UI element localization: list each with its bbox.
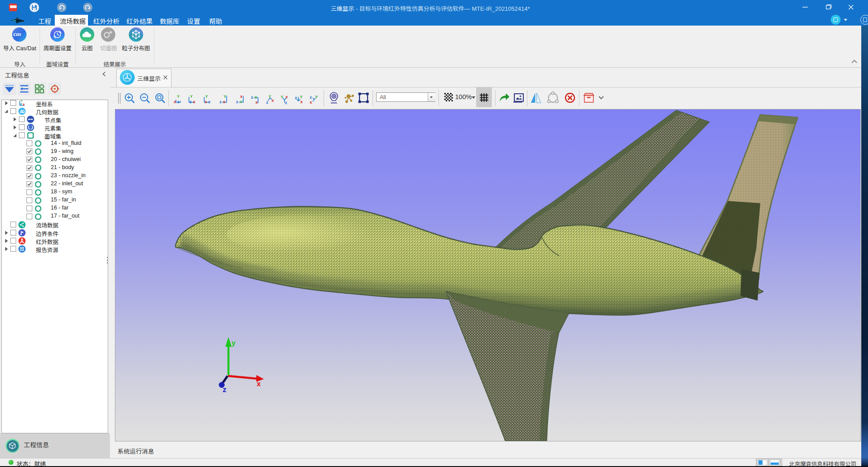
svg-text:x: x	[257, 380, 261, 388]
svg-text:x: x	[300, 99, 303, 104]
svg-text:x: x	[285, 94, 288, 99]
svg-text:Y: Y	[205, 94, 208, 99]
svg-text:z: z	[219, 99, 222, 104]
svg-text:z: z	[223, 385, 227, 394]
svg-text:z: z	[266, 100, 268, 105]
svg-text:Y: Y	[190, 94, 193, 99]
svg-text:z: z	[251, 95, 253, 100]
svg-text:z: z	[295, 95, 297, 100]
svg-text:x: x	[23, 102, 25, 106]
svg-text:x: x	[255, 100, 258, 105]
svg-text:Y: Y	[315, 94, 318, 99]
svg-text:x: x	[223, 99, 226, 104]
svg-text:z: z	[236, 99, 238, 104]
svg-text:x: x	[240, 94, 243, 99]
svg-text:Y: Y	[254, 95, 258, 100]
svg-text:y: y	[232, 339, 236, 347]
svg-text:z: z	[285, 100, 287, 105]
svg-text:Y: Y	[224, 94, 227, 99]
svg-text:x: x	[174, 99, 176, 104]
svg-text:z: z	[310, 95, 312, 100]
svg-text:Y: Y	[21, 100, 23, 103]
svg-text:Y: Y	[268, 94, 272, 99]
svg-text:Y: Y	[240, 99, 243, 104]
svg-text:Y: Y	[281, 94, 284, 99]
svg-text:Y: Y	[300, 94, 303, 99]
svg-text:z: z	[177, 99, 180, 104]
svg-text:z: z	[189, 99, 192, 104]
svg-text:Y: Y	[177, 94, 180, 99]
svg-text:x: x	[205, 99, 207, 104]
svg-text:x: x	[193, 99, 196, 104]
svg-text:x: x	[310, 100, 312, 105]
svg-text:z: z	[208, 99, 210, 104]
svg-text:x: x	[272, 98, 274, 103]
